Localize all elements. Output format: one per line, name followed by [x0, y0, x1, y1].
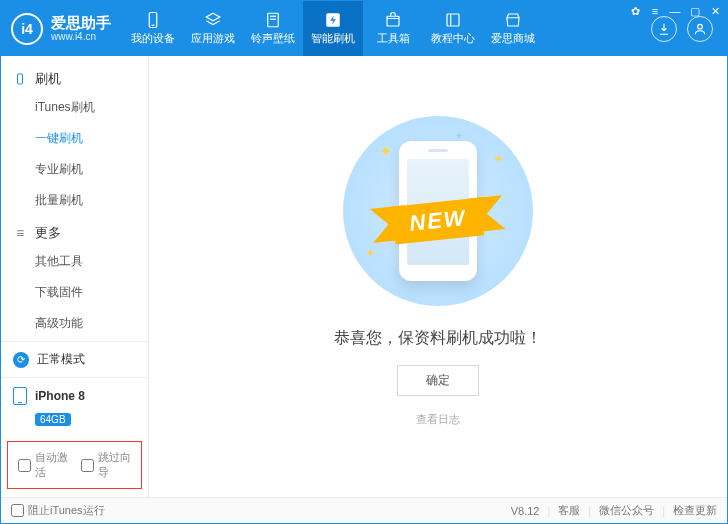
brand: i4 爱思助手 www.i4.cn: [1, 13, 123, 45]
nav-book[interactable]: 教程中心: [423, 1, 483, 56]
shop-icon: [503, 11, 523, 29]
group-title: 更多: [35, 224, 61, 242]
sidebar-item[interactable]: 一键刷机: [1, 123, 148, 154]
device-mode-row[interactable]: ⟳ 正常模式: [1, 342, 148, 378]
header-actions: [637, 16, 727, 42]
nav-box[interactable]: 工具箱: [363, 1, 423, 56]
main-content: ✦ ✦ ✦ ✦ NEW 恭喜您，保资料刷机成功啦！ 确定 查看日志: [149, 56, 727, 497]
auto-activate-label: 自动激活: [35, 450, 69, 480]
sidebar-item[interactable]: 高级功能: [1, 308, 148, 339]
close-button[interactable]: ✕: [708, 4, 722, 18]
sidebar-bottom: ⟳ 正常模式 iPhone 8 64GB 自动激活 跳过向导: [1, 341, 148, 497]
support-link[interactable]: 客服: [558, 503, 580, 518]
version-label: V8.12: [511, 505, 540, 517]
nav-apps[interactable]: 应用游戏: [183, 1, 243, 56]
window-sys-bar: ✿ ≡ — ▢ ✕: [628, 4, 722, 18]
device-mode-label: 正常模式: [37, 351, 85, 368]
box-icon: [383, 11, 403, 29]
sidebar-item[interactable]: iTunes刷机: [1, 92, 148, 123]
svg-rect-2: [268, 13, 279, 27]
top-nav: 我的设备应用游戏铃声壁纸智能刷机工具箱教程中心爱思商城: [123, 1, 543, 56]
flash-options-row: 自动激活 跳过向导: [7, 441, 142, 489]
book-icon: [443, 11, 463, 29]
storage-badge: 64GB: [35, 413, 71, 426]
flash-icon: [323, 11, 343, 29]
user-button[interactable]: [687, 16, 713, 42]
brand-name: 爱思助手: [51, 15, 111, 32]
sidebar-item[interactable]: 专业刷机: [1, 154, 148, 185]
nav-shop[interactable]: 爱思商城: [483, 1, 543, 56]
svg-rect-10: [18, 74, 23, 84]
menu-button[interactable]: ≡: [648, 4, 662, 18]
skip-guide-label: 跳过向导: [98, 450, 132, 480]
minimize-button[interactable]: —: [668, 4, 682, 18]
sparkle-icon: ✦: [365, 246, 375, 260]
nav-phone[interactable]: 我的设备: [123, 1, 183, 56]
sidebar-group-1: ≡更多: [1, 216, 148, 246]
sparkle-icon: ✦: [493, 152, 503, 166]
nav-label: 工具箱: [377, 31, 410, 46]
skip-guide-checkbox[interactable]: 跳过向导: [81, 450, 132, 480]
success-message: 恭喜您，保资料刷机成功啦！: [334, 328, 542, 349]
auto-activate-checkbox[interactable]: 自动激活: [18, 450, 69, 480]
sidebar-item[interactable]: 下载固件: [1, 277, 148, 308]
nav-label: 铃声壁纸: [251, 31, 295, 46]
device-row[interactable]: iPhone 8 64GB: [1, 378, 148, 435]
svg-rect-7: [447, 14, 459, 26]
phone-icon: [13, 72, 27, 86]
nav-label: 应用游戏: [191, 31, 235, 46]
body: 刷机iTunes刷机一键刷机专业刷机批量刷机≡更多其他工具下载固件高级功能 ⟳ …: [1, 56, 727, 497]
nav-label: 爱思商城: [491, 31, 535, 46]
footer: 阻止iTunes运行 V8.12 | 客服 | 微信公众号 | 检查更新: [1, 497, 727, 523]
brand-logo-icon: i4: [11, 13, 43, 45]
more-icon: ≡: [13, 226, 27, 240]
sidebar: 刷机iTunes刷机一键刷机专业刷机批量刷机≡更多其他工具下载固件高级功能 ⟳ …: [1, 56, 149, 497]
sidebar-group-0: 刷机: [1, 62, 148, 92]
nav-label: 智能刷机: [311, 31, 355, 46]
phone-icon: [143, 11, 163, 29]
view-log-link[interactable]: 查看日志: [416, 412, 460, 427]
maximize-button[interactable]: ▢: [688, 4, 702, 18]
nav-note[interactable]: 铃声壁纸: [243, 1, 303, 56]
sparkle-icon: ✦: [455, 130, 463, 141]
svg-rect-6: [387, 16, 399, 26]
skin-button[interactable]: ✿: [628, 4, 642, 18]
note-icon: [263, 11, 283, 29]
wechat-link[interactable]: 微信公众号: [599, 503, 654, 518]
mode-icon: ⟳: [13, 352, 29, 368]
sparkle-icon: ✦: [379, 142, 392, 161]
nav-flash[interactable]: 智能刷机: [303, 1, 363, 56]
success-illustration: ✦ ✦ ✦ ✦ NEW: [343, 116, 533, 306]
phone-icon: [13, 387, 27, 405]
block-itunes-checkbox[interactable]: 阻止iTunes运行: [11, 503, 105, 518]
apps-icon: [203, 11, 223, 29]
sidebar-item[interactable]: 其他工具: [1, 246, 148, 277]
sidebar-list: 刷机iTunes刷机一键刷机专业刷机批量刷机≡更多其他工具下载固件高级功能: [1, 56, 148, 341]
sidebar-item[interactable]: 批量刷机: [1, 185, 148, 216]
nav-label: 我的设备: [131, 31, 175, 46]
block-itunes-label: 阻止iTunes运行: [28, 503, 105, 518]
ok-button[interactable]: 确定: [397, 365, 479, 396]
brand-url: www.i4.cn: [51, 31, 111, 42]
check-update-link[interactable]: 检查更新: [673, 503, 717, 518]
nav-label: 教程中心: [431, 31, 475, 46]
device-name: iPhone 8: [35, 389, 85, 403]
group-title: 刷机: [35, 70, 61, 88]
download-button[interactable]: [651, 16, 677, 42]
app-window: ✿ ≡ — ▢ ✕ i4 爱思助手 www.i4.cn 我的设备应用游戏铃声壁纸…: [0, 0, 728, 524]
header: i4 爱思助手 www.i4.cn 我的设备应用游戏铃声壁纸智能刷机工具箱教程中…: [1, 1, 727, 56]
svg-point-9: [698, 24, 703, 29]
